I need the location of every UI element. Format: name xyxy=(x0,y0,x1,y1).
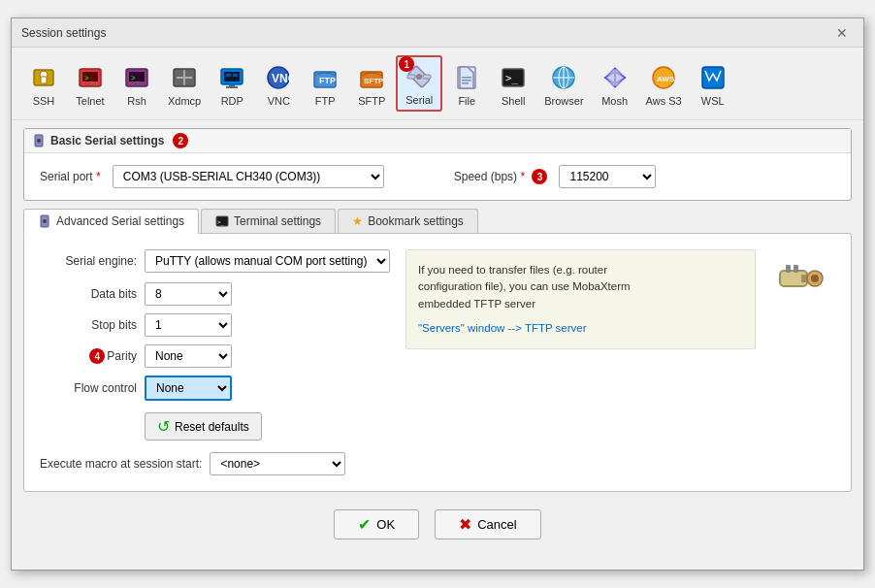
svg-text:SFTP: SFTP xyxy=(364,77,384,85)
tab-bookmark[interactable]: ★ Bookmark settings xyxy=(338,209,478,233)
svg-rect-15 xyxy=(224,72,240,82)
info-area: If you need to transfer files (e.g. rout… xyxy=(405,249,835,349)
xdmcp-icon xyxy=(169,62,200,93)
speed-select[interactable]: 115200 9600 57600 230400 xyxy=(559,165,656,188)
basic-serial-icon xyxy=(32,134,46,147)
cancel-button[interactable]: ✖ Cancel xyxy=(435,509,540,539)
proto-browser[interactable]: Browser xyxy=(537,57,590,112)
svg-point-45 xyxy=(43,219,47,223)
proto-ssh-label: SSH xyxy=(33,95,55,107)
proto-xdmcp[interactable]: Xdmcp xyxy=(161,57,208,112)
svg-rect-2 xyxy=(41,77,47,83)
reset-icon: ↺ xyxy=(157,417,170,436)
parity-select[interactable]: NoneOddEvenMarkSpace xyxy=(145,344,232,368)
bookmark-tab-icon: ★ xyxy=(352,214,363,228)
cancel-label: Cancel xyxy=(477,517,516,532)
proto-wsl-label: WSL xyxy=(701,95,725,107)
advanced-form-area: Serial engine: PuTTY (allows manual COM … xyxy=(40,249,390,475)
parity-row: 4Parity NoneOddEvenMarkSpace xyxy=(40,344,390,368)
wsl-icon xyxy=(697,62,729,93)
svg-rect-27 xyxy=(423,75,431,79)
svg-text:>_: >_ xyxy=(84,74,94,82)
info-link[interactable]: "Servers" window --> TFTP server xyxy=(418,320,743,337)
proto-rdp[interactable]: RDP xyxy=(210,57,254,112)
proto-shell[interactable]: >_ Shell xyxy=(491,57,535,112)
stop-bits-select[interactable]: 11.52 xyxy=(145,313,232,337)
serial-icon: 1 xyxy=(404,61,435,92)
advanced-right: If you need to transfer files (e.g. rout… xyxy=(390,249,835,475)
title-bar: Session settings ✕ xyxy=(12,18,863,48)
proto-awss3-label: Aws S3 xyxy=(646,95,682,107)
tab-advanced[interactable]: Advanced Serial settings xyxy=(23,209,199,234)
info-text: If you need to transfer files (e.g. rout… xyxy=(418,262,743,312)
speed-label-wrap: Speed (bps) * 3 xyxy=(454,169,548,184)
proto-awss3[interactable]: AWS Aws S3 xyxy=(639,57,689,112)
proto-telnet[interactable]: >_ Telnet xyxy=(68,57,113,112)
basic-serial-content: Serial port * COM3 (USB-SERIAL CH340 (CO… xyxy=(24,153,851,200)
reset-defaults-area: ↺ Reset defaults xyxy=(40,412,390,441)
svg-rect-16 xyxy=(226,74,231,77)
svg-rect-51 xyxy=(786,265,791,273)
svg-text:FTP: FTP xyxy=(319,76,336,85)
svg-rect-41 xyxy=(702,67,724,88)
plug-icon xyxy=(772,249,830,308)
sftp-icon: SFTP xyxy=(356,62,387,93)
proto-wsl[interactable]: WSL xyxy=(691,57,735,112)
flow-control-row: Flow control NoneXON/XOFFRTS/CTSDSR/DTR xyxy=(40,376,390,401)
proto-sftp-label: SFTP xyxy=(358,95,385,107)
svg-marker-38 xyxy=(605,68,625,87)
session-settings-dialog: Session settings ✕ SSH >_ Telnet >_ Rsh xyxy=(11,17,864,571)
proto-browser-label: Browser xyxy=(544,95,583,107)
rsh-icon: >_ xyxy=(121,62,152,93)
stop-bits-row: Stop bits 11.52 xyxy=(40,313,390,337)
proto-rsh-label: Rsh xyxy=(127,95,146,107)
proto-ftp-label: FTP xyxy=(315,95,336,107)
flow-control-select[interactable]: NoneXON/XOFFRTS/CTSDSR/DTR xyxy=(145,376,232,401)
execute-macro-row: Execute macro at session start: <none> xyxy=(40,452,390,475)
svg-rect-52 xyxy=(794,265,798,273)
proto-mosh[interactable]: Mosh xyxy=(593,57,637,112)
tab-advanced-label: Advanced Serial settings xyxy=(56,214,184,228)
ok-button[interactable]: ✔ OK xyxy=(334,509,419,539)
proto-vnc[interactable]: VNC VNC xyxy=(256,57,301,112)
proto-ssh[interactable]: SSH xyxy=(21,57,66,112)
data-bits-select[interactable]: 8765 xyxy=(145,282,232,306)
speed-badge: 3 xyxy=(532,169,547,184)
tab-terminal-label: Terminal settings xyxy=(234,214,321,228)
svg-text:>_: >_ xyxy=(131,74,141,82)
proto-sftp[interactable]: SFTP SFTP xyxy=(349,57,394,112)
proto-file[interactable]: File xyxy=(444,57,489,112)
tab-terminal[interactable]: >_ Terminal settings xyxy=(201,209,336,233)
proto-xdmcp-label: Xdmcp xyxy=(168,95,201,107)
serial-engine-select[interactable]: PuTTY (allows manual COM port setting) xyxy=(145,249,390,273)
svg-rect-17 xyxy=(233,74,238,77)
proto-ftp[interactable]: FTP FTP xyxy=(303,57,347,112)
basic-serial-header: Basic Serial settings 2 xyxy=(24,129,851,153)
data-bits-row: Data bits 8765 xyxy=(40,282,390,306)
parity-label: Parity xyxy=(107,349,137,363)
close-button[interactable]: ✕ xyxy=(830,24,854,42)
serial-engine-label: Serial engine: xyxy=(40,254,137,268)
tabs-bar: Advanced Serial settings >_ Terminal set… xyxy=(12,209,863,233)
svg-rect-26 xyxy=(407,75,415,79)
svg-rect-29 xyxy=(462,77,471,79)
plug-icon-area xyxy=(767,249,835,308)
basic-serial-panel: Basic Serial settings 2 Serial port * CO… xyxy=(23,128,852,201)
info-box: If you need to transfer files (e.g. rout… xyxy=(405,249,756,349)
bottom-bar: ✔ OK ✖ Cancel xyxy=(12,500,863,549)
reset-defaults-button[interactable]: ↺ Reset defaults xyxy=(145,412,262,441)
file-icon xyxy=(451,62,482,93)
serial-port-select[interactable]: COM3 (USB-SERIAL CH340 (COM3)) xyxy=(113,165,384,188)
proto-rdp-label: RDP xyxy=(221,95,243,107)
proto-file-label: File xyxy=(458,95,475,107)
stop-bits-label: Stop bits xyxy=(40,318,137,332)
cancel-icon: ✖ xyxy=(459,515,471,534)
ftp-icon: FTP xyxy=(309,62,340,93)
parity-badge: 4 xyxy=(89,348,105,364)
execute-macro-select[interactable]: <none> xyxy=(210,452,345,475)
rdp-icon xyxy=(216,62,247,93)
reset-label: Reset defaults xyxy=(175,420,249,434)
proto-serial[interactable]: 1 Serial xyxy=(396,55,442,112)
dialog-title: Session settings xyxy=(21,26,106,40)
proto-rsh[interactable]: >_ Rsh xyxy=(114,57,159,112)
